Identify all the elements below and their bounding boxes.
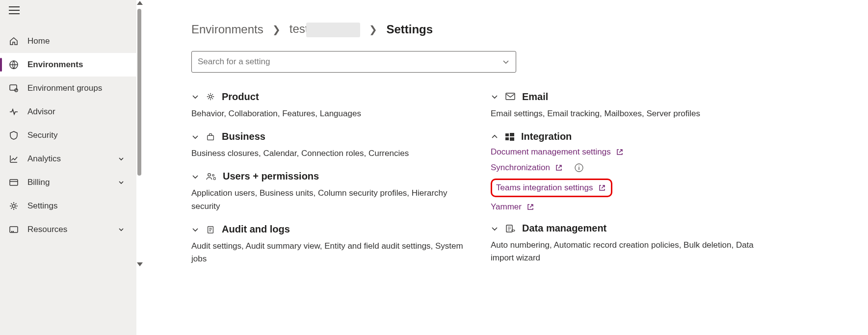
group-audit-logs: Audit and logs Audit settings, Audit sum… [191,224,466,266]
chevron-up-icon [491,133,499,141]
sidebar-item-environments[interactable]: Environments [0,53,136,77]
group-header-email[interactable]: Email [491,91,765,103]
chevron-down-icon [191,133,199,141]
sidebar: Home Environments Environment groups Adv… [0,0,136,335]
scroll-down-arrow[interactable] [137,262,143,266]
group-subtext: Behavior, Collaboration, Features, Langu… [191,107,466,120]
svg-point-6 [11,231,12,232]
home-icon [9,36,20,46]
chevron-down-icon [491,225,499,232]
group-email: Email Email settings, Email tracking, Ma… [491,91,765,120]
sidebar-item-label: Home [27,36,50,46]
svg-point-10 [208,174,210,176]
svg-rect-9 [208,135,214,140]
link-synchronization[interactable]: Synchronization [491,163,765,173]
svg-rect-18 [510,137,514,141]
redacted-block [306,23,360,37]
group-title: Data management [522,223,606,234]
globe-icon [9,60,20,70]
link-document-management[interactable]: Document management settings [491,147,765,157]
breadcrumb-current: Settings [386,23,433,36]
settings-column-left: Product Behavior, Collaboration, Feature… [191,91,466,277]
chevron-down-icon [118,155,125,162]
group-header-audit[interactable]: Audit and logs [191,224,466,235]
group-title: Business [222,131,265,142]
gear-icon [9,201,20,211]
breadcrumb-environment-name[interactable]: test [289,22,361,37]
svg-rect-1 [10,85,17,90]
data-icon [505,224,515,233]
link-label: Document management settings [491,147,611,157]
sidebar-item-environment-groups[interactable]: Environment groups [0,77,136,100]
group-business: Business Business closures, Calendar, Co… [191,131,466,160]
gear-icon [206,92,215,101]
svg-rect-14 [506,93,515,100]
sidebar-item-settings[interactable]: Settings [0,194,136,218]
info-icon[interactable] [575,163,583,172]
svg-rect-16 [510,133,514,136]
group-header-business[interactable]: Business [191,131,466,142]
scrollbar[interactable] [136,0,143,335]
sidebar-item-billing[interactable]: Billing [0,171,136,194]
chevron-down-icon [191,226,199,233]
group-subtext: Auto numbering, Automatic record creatio… [491,239,765,265]
sidebar-item-label: Environments [27,60,83,70]
chevron-right-icon: ❯ [369,24,377,35]
svg-point-4 [12,205,15,207]
breadcrumb-environments[interactable]: Environments [191,23,263,36]
search-settings-combobox[interactable] [191,51,516,73]
group-title: Audit and logs [222,224,290,235]
link-label: Teams integration settings [496,183,593,193]
scroll-thumb[interactable] [137,9,141,176]
sidebar-item-advisor[interactable]: Advisor [0,100,136,124]
pulse-icon [9,107,20,117]
sidebar-item-label: Environment groups [27,83,102,93]
group-product: Product Behavior, Collaboration, Feature… [191,91,466,120]
open-external-icon [526,203,534,211]
chevron-down-icon [491,93,499,101]
open-external-icon [616,148,624,156]
svg-point-8 [209,95,211,98]
sidebar-item-label: Advisor [27,107,55,117]
group-header-data-management[interactable]: Data management [491,223,765,234]
main-content: Environments ❯ test ❯ Settings Product B… [152,0,868,335]
group-title: Email [522,91,548,103]
svg-rect-3 [10,180,18,185]
sidebar-item-home[interactable]: Home [0,29,136,53]
search-input[interactable] [198,57,502,67]
group-subtext: Application users, Business units, Colum… [191,187,466,213]
sidebar-item-label: Settings [27,201,57,211]
users-icon [206,172,216,181]
svg-rect-12 [213,178,215,180]
open-external-icon [555,164,563,172]
link-yammer[interactable]: Yammer [491,202,765,212]
sidebar-item-label: Billing [27,178,50,187]
group-title: Product [222,91,259,103]
group-header-users[interactable]: Users + permissions [191,171,466,182]
chevron-down-icon [502,58,510,66]
scroll-up-arrow[interactable] [137,1,143,5]
link-label: Synchronization [491,163,550,173]
briefcase-icon [206,132,215,141]
group-subtext: Audit settings, Audit summary view, Enti… [191,240,466,266]
breadcrumb: Environments ❯ test ❯ Settings [191,22,829,37]
breadcrumb-env-text: test [289,22,309,35]
svg-rect-15 [505,133,509,136]
sidebar-item-security[interactable]: Security [0,124,136,147]
chevron-right-icon: ❯ [272,24,281,35]
group-data-management: Data management Auto numbering, Automati… [491,223,765,265]
hamburger-menu[interactable] [0,0,136,21]
chevron-down-icon [118,226,125,233]
sidebar-item-analytics[interactable]: Analytics [0,147,136,171]
group-header-integration[interactable]: Integration [491,131,765,142]
link-teams-integration-highlighted[interactable]: Teams integration settings [491,179,612,197]
group-header-product[interactable]: Product [191,91,466,103]
shield-icon [9,130,20,140]
sidebar-item-label: Security [27,130,57,140]
chevron-down-icon [191,173,199,180]
group-title: Users + permissions [223,171,319,182]
chevron-down-icon [118,179,125,186]
svg-rect-17 [505,137,509,140]
hamburger-icon [9,6,20,15]
sidebar-item-resources[interactable]: Resources [0,218,136,241]
